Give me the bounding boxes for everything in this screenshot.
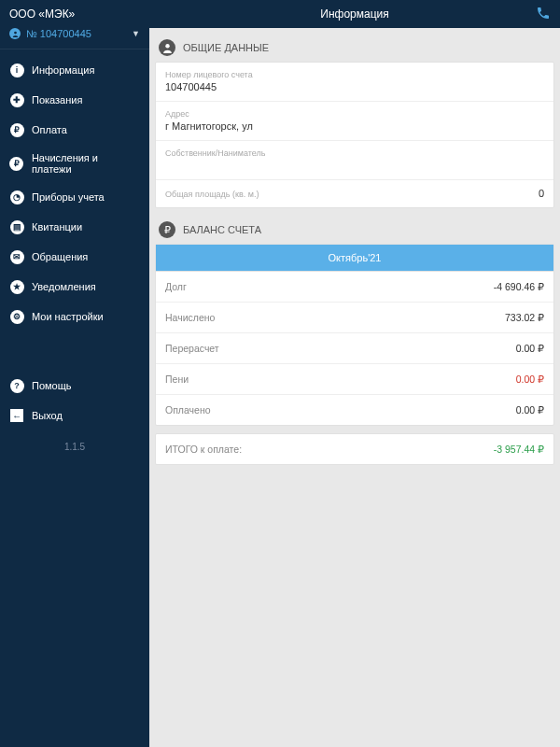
content: ОБЩИЕ ДАННЫЕ Номер лицевого счета 104700… <box>149 28 560 747</box>
sidebar-item-notifications[interactable]: ★ Уведомления <box>0 272 149 302</box>
section-general-header: ОБЩИЕ ДАННЫЕ <box>155 34 554 62</box>
sidebar-item-settings[interactable]: ⚙ Мои настройки <box>0 302 149 331</box>
balance-row-penalty: Пени 0.00 ₽ <box>156 364 553 395</box>
ruble-icon: ₽ <box>159 221 175 238</box>
general-card: Номер лицевого счета 104700445 Адрес г М… <box>155 62 554 208</box>
section-balance-header: ₽ БАЛАНС СЧЕТА <box>155 216 554 244</box>
org-name: ООО «МЭК» <box>0 0 149 24</box>
nav-extra: ? Помощь ← Выход <box>0 365 149 436</box>
page-title: Информация <box>320 7 388 21</box>
sidebar-item-info[interactable]: i Информация <box>0 55 149 85</box>
row-label: Начислено <box>165 312 215 323</box>
row-value: 0.00 ₽ <box>516 343 544 354</box>
topbar: Информация <box>149 0 560 28</box>
section-title: БАЛАНС СЧЕТА <box>183 224 261 235</box>
row-value: 0.00 ₽ <box>516 404 544 416</box>
user-icon <box>9 28 21 39</box>
field-label: Общая площадь (кв. м.) <box>165 190 259 199</box>
bell-icon: ★ <box>9 279 24 294</box>
field-label: Адрес <box>165 109 544 119</box>
balance-row-total: ИТОГО к оплате: -3 957.44 ₽ <box>156 434 553 464</box>
sidebar-item-label: Оплата <box>32 124 67 135</box>
gear-icon: ⚙ <box>9 309 24 324</box>
sidebar-item-label: Уведомления <box>32 281 96 292</box>
sidebar-item-label: Приборы учета <box>32 191 105 203</box>
sidebar-item-label: Выход <box>32 410 63 421</box>
sidebar-item-receipts[interactable]: ▤ Квитанции <box>0 212 149 242</box>
sidebar-item-help[interactable]: ? Помощь <box>0 371 149 401</box>
exit-icon: ← <box>9 408 24 423</box>
row-label: ИТОГО к оплате: <box>165 444 242 455</box>
field-value <box>165 160 544 172</box>
field-area: Общая площадь (кв. м.) 0 <box>156 180 553 207</box>
field-label: Номер лицевого счета <box>165 70 544 79</box>
sidebar: ООО «МЭК» № 104700445 ▼ i Информация ✚ П… <box>0 0 149 747</box>
person-icon <box>159 39 175 56</box>
chat-icon: ✉ <box>9 249 24 264</box>
svg-point-1 <box>165 44 169 48</box>
sidebar-item-label: Помощь <box>32 380 72 391</box>
row-label: Оплачено <box>165 404 211 416</box>
field-value: г Магнитогорск, ул <box>165 120 544 133</box>
account-number: № 104700445 <box>26 28 91 39</box>
sidebar-item-tickets[interactable]: ✉ Обращения <box>0 242 149 272</box>
version-label: 1.1.5 <box>0 436 149 458</box>
row-label: Перерасчет <box>165 343 219 354</box>
field-address: Адрес г Магнитогорск, ул <box>156 102 553 141</box>
balance-row-charged: Начислено 733.02 ₽ <box>156 303 553 333</box>
sidebar-item-meters[interactable]: ◔ Приборы учета <box>0 182 149 212</box>
sidebar-item-label: Начисления и платежи <box>32 152 140 175</box>
sidebar-item-charges[interactable]: ₽ Начисления и платежи <box>0 145 149 182</box>
period-selector[interactable]: Октябрь'21 <box>156 245 553 272</box>
section-title: ОБЩИЕ ДАННЫЕ <box>183 42 269 53</box>
sidebar-item-label: Квитанции <box>32 221 82 233</box>
row-label: Долг <box>165 281 187 292</box>
field-label: Собственник/Наниматель <box>165 148 544 158</box>
main: Информация ОБЩИЕ ДАННЫЕ Номер лицевого с… <box>149 0 560 747</box>
receipt-icon: ▤ <box>9 219 24 234</box>
sidebar-item-label: Информация <box>32 64 94 76</box>
svg-point-0 <box>14 31 17 34</box>
balance-row-debt: Долг -4 690.46 ₽ <box>156 272 553 303</box>
sidebar-item-label: Мои настройки <box>32 311 104 322</box>
row-value: -3 957.44 ₽ <box>494 444 544 455</box>
sidebar-item-readings[interactable]: ✚ Показания <box>0 85 149 115</box>
balance-row-recalc: Перерасчет 0.00 ₽ <box>156 333 553 364</box>
meter-icon: ◔ <box>9 190 24 204</box>
field-account: Номер лицевого счета 104700445 <box>156 63 553 102</box>
help-icon: ? <box>9 378 24 393</box>
field-owner: Собственник/Наниматель <box>156 141 553 180</box>
account-selector[interactable]: № 104700445 ▼ <box>0 24 149 49</box>
row-label: Пени <box>165 374 189 385</box>
sidebar-item-label: Обращения <box>32 251 88 262</box>
ruble-icon: ₽ <box>9 156 24 171</box>
chevron-down-icon: ▼ <box>132 29 140 38</box>
balance-card: Октябрь'21 Долг -4 690.46 ₽ Начислено 73… <box>155 244 554 426</box>
phone-icon[interactable] <box>536 6 551 23</box>
wallet-icon: ₽ <box>9 122 24 137</box>
sidebar-item-label: Показания <box>32 94 82 106</box>
row-value: 0.00 ₽ <box>516 374 544 385</box>
balance-total-card: ИТОГО к оплате: -3 957.44 ₽ <box>155 433 554 465</box>
row-value: -4 690.46 ₽ <box>494 281 544 292</box>
readings-icon: ✚ <box>9 92 24 107</box>
info-icon: i <box>9 63 24 78</box>
nav-main: i Информация ✚ Показания ₽ Оплата ₽ Начи… <box>0 49 149 337</box>
field-value: 0 <box>539 188 544 200</box>
sidebar-item-exit[interactable]: ← Выход <box>0 401 149 430</box>
sidebar-item-payment[interactable]: ₽ Оплата <box>0 115 149 145</box>
field-value: 104700445 <box>165 81 544 93</box>
row-value: 733.02 ₽ <box>505 312 544 323</box>
balance-row-paid: Оплачено 0.00 ₽ <box>156 395 553 425</box>
